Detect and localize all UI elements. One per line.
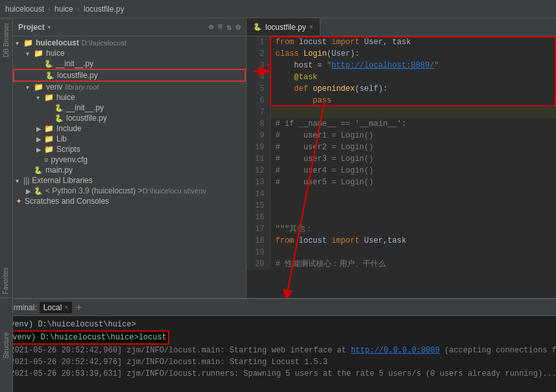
item-label-init2: __init__.py: [66, 103, 104, 112]
code-line-2: 2 class Login(User):: [247, 48, 556, 60]
terminal-label: Terminal: Local ×: [5, 302, 72, 313]
code-editor[interactable]: ➤ 1 from locust import User, task 2 clas…: [247, 36, 556, 298]
tree-item-scripts[interactable]: ▶ 📁 Scripts: [13, 144, 246, 154]
line-content-8: # if __name__ == '__main__':: [270, 118, 556, 130]
term-log1-link[interactable]: http://0.0.0.0:8089: [351, 346, 440, 355]
arrow-icon: ▶: [36, 136, 44, 143]
line-content-1: from locust import User, task: [270, 36, 556, 48]
tree-item-init1[interactable]: 🐍 __init__.py: [13, 58, 246, 69]
db-browser-label[interactable]: DB Browser: [1, 18, 12, 61]
folder-icon: 📁: [34, 49, 43, 58]
term-cmd-highlighted: (venv) D:\huicelocust\huice>locust: [5, 330, 169, 345]
code-line-14: 14: [247, 188, 556, 200]
item-label-scratches: Scratches and Consoles: [25, 197, 109, 206]
tree-item-scratches[interactable]: ✦ Scratches and Consoles: [13, 196, 246, 206]
scratch-icon: ✦: [16, 197, 22, 206]
item-label-huice-inner: huice: [56, 93, 75, 102]
code-line-18: 18 from locust import User,task: [247, 235, 556, 247]
line-num-15: 15: [247, 200, 270, 212]
python-path: D:\huicelocu st\venv: [142, 187, 206, 195]
tab-label: locustfile.py: [265, 23, 306, 32]
tree-item-lib[interactable]: ▶ 📁 Lib: [13, 134, 246, 144]
arrow-icon: ▶: [26, 188, 34, 195]
item-label-lib: Lib: [56, 134, 67, 143]
line-content-18: from locust import User,task: [270, 235, 556, 247]
py-icon: 🐍: [34, 166, 43, 175]
tree-item-external[interactable]: ▾ ||| External Libraries: [13, 175, 246, 186]
file-tree: ▾ 📁 huicelocust D:\huicelocust ▾ 📁 huice…: [13, 36, 246, 298]
sort-icon[interactable]: ⇅: [226, 22, 232, 32]
project-dropdown-icon[interactable]: ▾: [47, 23, 51, 31]
line-num-4: 4: [247, 71, 270, 83]
code-table: 1 from locust import User, task 2 class …: [247, 36, 556, 270]
tree-item-pyvenv[interactable]: ≡ pyvenv.cfg: [13, 154, 246, 165]
line-num-5: 5: [247, 83, 270, 95]
terminal-plus-btn[interactable]: +: [76, 302, 81, 313]
line-content-12: # user4 = Login(): [270, 165, 556, 177]
list-icon[interactable]: ≡: [218, 22, 223, 32]
line-content-4: @task: [270, 71, 556, 83]
line-content-16: [270, 212, 556, 223]
arrow-icon: ▾: [26, 50, 34, 57]
tree-item-include[interactable]: ▶ 📁 Include: [13, 123, 246, 134]
project-panel: Project ▾ ⊕ ≡ ⇅ ⚙ ▾ 📁 huicelocust D:\hui…: [13, 18, 247, 298]
code-line-12: 12 # user4 = Login(): [247, 165, 556, 177]
line-content-10: # user2 = Login(): [270, 141, 556, 153]
item-label-python39: < Python 3.9 (huicelocust) >: [45, 186, 142, 195]
code-line-13: 13 # user5 = Login(): [247, 177, 556, 188]
tree-item-locustfile[interactable]: 🐍 locustfile.py: [13, 69, 246, 82]
py-icon: 🐍: [45, 71, 54, 80]
line-num-11: 11: [247, 153, 270, 165]
tree-item-init2[interactable]: 🐍 __init__.py: [13, 103, 246, 113]
term-log2-text: [2021-05-26 20:52:42,976] zjm/INFO/locus…: [5, 358, 328, 367]
add-icon[interactable]: ⊕: [209, 22, 214, 32]
line-num-8: 8: [247, 118, 270, 130]
code-line-19: 19: [247, 247, 556, 258]
term-log1-suf: (accepting connections fro...: [440, 346, 556, 355]
line-num-12: 12: [247, 165, 270, 177]
line-content-11: # user3 = Login(): [270, 153, 556, 165]
project-title: Project: [18, 23, 45, 32]
tab-close-btn[interactable]: ×: [64, 304, 68, 311]
editor-tab-locustfile[interactable]: 🐍 locustfile.py ×: [247, 18, 320, 36]
main-area: DB Browser Project ▾ ⊕ ≡ ⇅ ⚙ ▾ 📁 huicelo…: [0, 18, 556, 298]
arrow-icon: ▾: [16, 40, 23, 47]
tree-item-python39[interactable]: ▶ 🐍 < Python 3.9 (huicelocust) > D:\huic…: [13, 186, 246, 196]
arrow-icon: ▾: [16, 177, 23, 184]
tree-item-huicelocust[interactable]: ▾ 📁 huicelocust D:\huicelocust: [13, 38, 246, 48]
line-content-3: host = "http://localhost:8089/": [270, 60, 556, 71]
code-line-8: 8 # if __name__ == '__main__':: [247, 118, 556, 130]
tree-item-locustfile2[interactable]: 🐍 locustfile.py: [13, 113, 246, 123]
line-content-5: def openindex(self):: [270, 83, 556, 95]
term-line-log1: [2021-05-26 20:52:42,960] zjm/INFO/locus…: [5, 345, 551, 356]
structure-label: Structure: [3, 332, 10, 359]
settings-icon[interactable]: ⚙: [236, 22, 241, 32]
line-indicator: ➤: [266, 60, 271, 71]
term-log1-pre: [2021-05-26 20:52:42,960] zjm/INFO/locus…: [5, 346, 351, 355]
line-content-17: """其他：: [270, 223, 556, 235]
favorites-label[interactable]: Favorites: [0, 264, 11, 298]
code-line-4: 4 @task: [247, 71, 556, 83]
tree-item-huice-inner[interactable]: ▾ 📁 huice: [13, 92, 246, 103]
local-label: Local: [43, 303, 62, 312]
structure-bottom-label[interactable]: Structure: [0, 298, 13, 392]
item-label-pyvenv: pyvenv.cfg: [51, 155, 87, 164]
py-icon: 🐍: [54, 104, 64, 112]
line-content-9: # user1 = Login(): [270, 130, 556, 141]
tree-item-huice[interactable]: ▾ 📁 huice: [13, 48, 246, 58]
code-line-16: 16: [247, 212, 556, 223]
item-label-scripts: Scripts: [56, 145, 80, 154]
tab-close-icon[interactable]: ×: [309, 23, 313, 31]
line-content-7: [270, 106, 556, 118]
code-line-7: 7: [247, 106, 556, 118]
terminal-panel: Terminal: Local × + (venv) D:\huicelocus…: [0, 298, 556, 392]
tree-item-venv[interactable]: ▾ 📁 venv library root: [13, 82, 246, 92]
term-cmd-text: (venv) D:\huicelocust\huice>locust: [8, 333, 167, 342]
tree-item-main[interactable]: 🐍 main.py: [13, 165, 246, 175]
terminal-content[interactable]: (venv) D:\huicelocust\huice> (venv) D:\h…: [0, 316, 556, 392]
item-label-venv: venv: [46, 82, 62, 92]
item-label-huice: huice: [46, 49, 65, 58]
title-bar: huicelocust › huice › locustfile.py: [0, 0, 556, 18]
line-num-13: 13: [247, 177, 270, 188]
terminal-tab-local[interactable]: Local ×: [40, 302, 73, 313]
